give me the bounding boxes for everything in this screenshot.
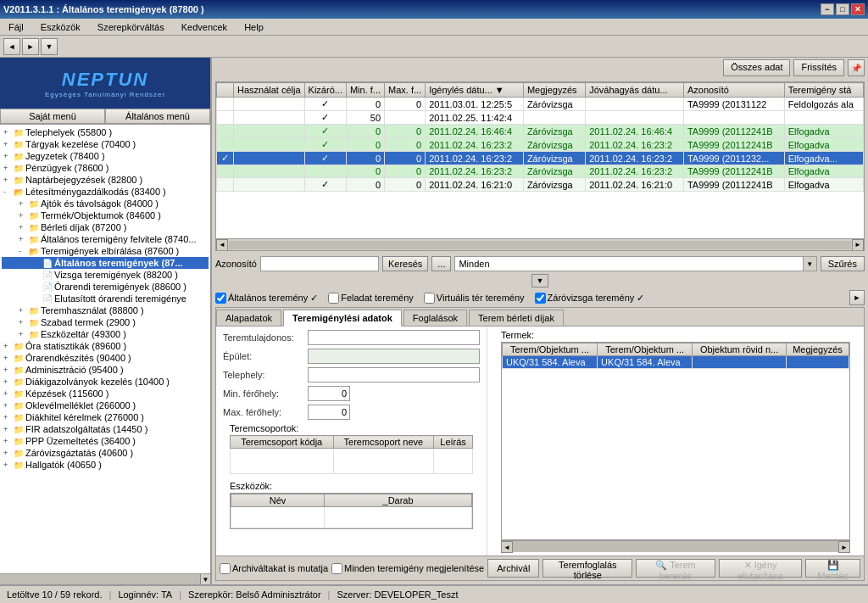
epulet-input[interactable]	[308, 349, 480, 364]
termek-scroll-right[interactable]: ►	[838, 541, 850, 553]
maximize-button[interactable]: □	[836, 3, 849, 15]
sidebar-item-termek[interactable]: + 📁 Termék/Objektumok (84600 )	[2, 209, 209, 221]
menu-kedvencek[interactable]: Kedvencek	[176, 21, 232, 33]
statusbar: Letöltve 10 / 59 rekord. | Loginnév: TA …	[0, 584, 868, 603]
sidebar-item-ora-statisztikak[interactable]: + 📁 Óra statisztikák (89600 )	[2, 340, 209, 352]
sidebar-item-targyak[interactable]: + 📁 Tárgyak kezelése (70400 )	[2, 138, 209, 150]
sidebar-item-elutasitott-orarendi[interactable]: 📄 Elutasított órarendi teremigénye	[2, 293, 209, 304]
sidebar-item-teremigeny-elbiralasa[interactable]: - 📂 Teremigények elbírálása (87600 )	[2, 245, 209, 257]
close-button[interactable]: ✕	[851, 3, 865, 15]
sidebar-scroll-down[interactable]: ▼	[200, 574, 210, 584]
sidebar-item-altalanos-felvitele[interactable]: + 📁 Általános teremigény felvitele (8740…	[2, 233, 209, 245]
back-button[interactable]: ◄	[3, 38, 20, 55]
dots-button[interactable]: ...	[431, 256, 451, 271]
table-row[interactable]: 0 0 2011.02.24. 16:23:2 Záróvizsga 2011.…	[217, 165, 864, 178]
azonosito-input[interactable]	[260, 256, 379, 271]
terem-kereses-button[interactable]: 🔍 Terem keresés	[636, 559, 715, 578]
sidebar-item-teremhasznalat[interactable]: + 📁 Teremhasználat (88800 )	[2, 304, 209, 316]
sidebar-item-ppp[interactable]: + 📁 PPP Üzemeltetés (36400 )	[2, 435, 209, 447]
pin-button[interactable]: 📌	[848, 59, 865, 76]
scroll-right-button[interactable]: ►	[852, 239, 864, 251]
menu-help[interactable]: Help	[239, 21, 269, 33]
sidebar-item-altalanos-teremigenyek[interactable]: 📄 Általános teremigények (87...	[2, 257, 209, 269]
sajat-menu-button[interactable]: Saját menü	[0, 109, 105, 124]
sidebar-item-berleti-dijak[interactable]: + 📁 Bérleti díjak (87200 )	[2, 221, 209, 233]
table-row[interactable]: ✓ 0 0 2011.02.24. 16:21:0 Záróvizsga 201…	[217, 178, 864, 192]
feladat-checkbox[interactable]	[328, 293, 339, 304]
expand-icon: +	[19, 235, 27, 243]
row-azonosito: TA9999 (20112241B	[683, 125, 784, 138]
sidebar-item-szabad-termek[interactable]: + 📁 Szabad termek (2900 )	[2, 316, 209, 328]
sidebar-item-adminisztracio[interactable]: + 📁 Adminisztráció (95400 )	[2, 364, 209, 376]
frissites-button[interactable]: Frissítés	[793, 59, 844, 76]
sidebar-item-orarendi-teremigenyek[interactable]: 📄 Órarendi teremigények (88600 )	[2, 281, 209, 293]
sidebar-item-eszkozeltar[interactable]: + 📁 Eszközeltár (49300 )	[2, 328, 209, 340]
sidebar-item-diakhitel[interactable]: + 📁 Diákhitel kérelmek (276000 )	[2, 411, 209, 423]
sidebar-item-penzugyek[interactable]: + 📁 Pénzügyek (78600 )	[2, 162, 209, 174]
teremtulajdonos-input[interactable]	[308, 330, 480, 345]
menu-szerepkorvaltas[interactable]: Szerepkörváltás	[92, 21, 170, 33]
teremfoglalas-torlese-button[interactable]: Teremfoglalás törlése	[542, 559, 632, 578]
list-item[interactable]: UKQ/31 584. Aleva UKQ/31 584. Aleva	[503, 356, 849, 369]
min-ferohely-input[interactable]	[308, 386, 350, 401]
mentes-button[interactable]: 💾 Mentés	[805, 559, 860, 578]
data-grid[interactable]: Használat célja Kizáró... Min. f... Max.…	[216, 82, 864, 238]
sidebar-item-telephelyek[interactable]: + 📁 Telephelyek (55800 )	[2, 126, 209, 138]
minimize-button[interactable]: −	[821, 3, 834, 15]
table-row[interactable]: ✓ 0 0 2011.03.01. 12:25:5 Záróvizsga TA9…	[217, 98, 864, 111]
sidebar-item-ajtok[interactable]: + 📁 Ajtók és távolságok (84000 )	[2, 198, 209, 209]
sidebar-item-vizsga-teremigenyek[interactable]: 📄 Vizsga teremigények (88200 )	[2, 269, 209, 281]
table-row[interactable]: ✓ 0 0 2011.02.24. 16:23:2 Záróvizsga 201…	[217, 138, 864, 152]
menu-eszkozok[interactable]: Eszközök	[36, 21, 86, 33]
dropdown-button[interactable]: ▼	[41, 38, 58, 55]
sidebar-item-naptar[interactable]: + 📁 Naptárbejegyzések (82800 )	[2, 174, 209, 186]
sidebar-item-diakigazolvanyk[interactable]: + 📁 Diákigazolványok kezelés (10400 )	[2, 376, 209, 388]
menu-fajl[interactable]: Fájl	[3, 21, 29, 33]
forward-button[interactable]: ►	[22, 38, 39, 55]
tab-teremigenylesi-adatok[interactable]: Teremigénylési adatok	[283, 310, 402, 327]
data-table-area: Használat célja Kizáró... Min. f... Max.…	[215, 81, 865, 251]
teremtulajdonos-label: Teremtulajdonos:	[223, 332, 308, 343]
col-cb	[217, 83, 234, 98]
archival-button[interactable]: Archivál	[487, 559, 539, 578]
filter-arrow-button[interactable]: ►	[849, 290, 865, 305]
termek-scroll-left[interactable]: ◄	[501, 541, 513, 553]
scroll-track[interactable]	[229, 241, 851, 249]
minden-combo[interactable]: Minden ▼	[454, 256, 816, 271]
max-ferohely-input[interactable]	[308, 405, 350, 420]
termek-scroll-track[interactable]	[513, 541, 838, 552]
tab-terem-berleti-dijak[interactable]: Terem bérleti díjak	[469, 310, 564, 326]
osszes-adat-button[interactable]: Összes adat	[723, 59, 790, 76]
sidebar-item-oklevelmelleklet[interactable]: + 📁 Oklevélmelléklet (266000 )	[2, 399, 209, 411]
row-kizaro	[304, 165, 346, 178]
logo-subtitle: Egységes Tanulmányi Rendszer	[45, 91, 165, 98]
sidebar-item-zarovizsgaz[interactable]: + 📁 Záróvizsgáztatás (40600 )	[2, 447, 209, 459]
minden-dropdown-arrow[interactable]: ▼	[803, 256, 816, 271]
sidebar-item-jegyzetek[interactable]: + 📁 Jegyzetek (78400 )	[2, 150, 209, 162]
tab-foglalasok[interactable]: Foglalások	[403, 310, 467, 326]
sidebar-item-fir[interactable]: + 📁 FIR adatszolgáltatás (14450 )	[2, 423, 209, 435]
row-igenyles: 2011.02.24. 16:23:2	[426, 165, 524, 178]
sidebar-item-orarendkeszites[interactable]: + 📁 Órarendkészítés (90400 )	[2, 352, 209, 364]
sidebar-item-kepzesek[interactable]: + 📁 Képzések (115600 )	[2, 388, 209, 399]
virtualis-checkbox[interactable]	[424, 293, 435, 304]
table-row[interactable]: ✓ 0 0 2011.02.24. 16:46:4 Záróvizsga 201…	[217, 125, 864, 138]
scroll-left-button[interactable]: ◄	[216, 239, 228, 251]
altalanos-menu-button[interactable]: Általános menü	[105, 109, 210, 124]
igeny-elutasitasa-button[interactable]: ✕ Igény elutasítása	[719, 559, 803, 578]
kereses-button[interactable]: Keresés	[382, 256, 428, 271]
archivaltakat-checkbox[interactable]	[220, 563, 231, 574]
table-row[interactable]: ✓ ✓ 0 0 2011.02.24. 16:23:2 Záróvizsga 2…	[217, 152, 864, 165]
szures-button[interactable]: Szűrés	[821, 256, 865, 271]
tab-alapadatok[interactable]: Alapadatok	[216, 310, 281, 326]
folder-icon: 📁	[14, 437, 24, 446]
sidebar-item-hallgatok[interactable]: + 📁 Hallgatók (40650 )	[2, 459, 209, 471]
zarovizsga-checkbox[interactable]	[535, 293, 546, 304]
minden-teremigeny-checkbox[interactable]	[331, 563, 342, 574]
sidebar-item-letesitmeny[interactable]: - 📂 Létesítménygazdálkodás (83400 )	[2, 186, 209, 198]
down-arrow-button[interactable]: ▼	[531, 274, 548, 288]
table-row[interactable]: ✓ 50 2011.02.25. 11:42:4	[217, 111, 864, 125]
expand-icon: +	[3, 389, 12, 398]
altalanos-checkbox[interactable]	[215, 293, 226, 304]
telephely-input[interactable]	[308, 367, 480, 382]
